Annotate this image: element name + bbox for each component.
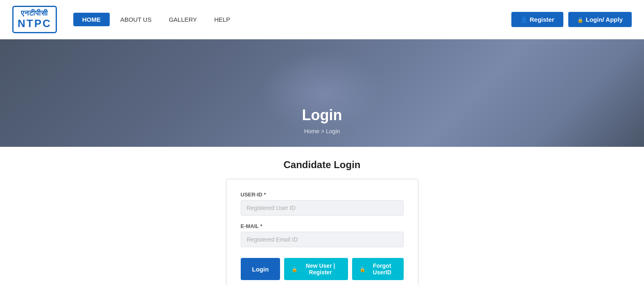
hero-title: Login (302, 107, 342, 124)
new-user-label: New User | Register (300, 262, 341, 276)
form-section-title: Candidate Login (284, 159, 361, 171)
new-user-register-button[interactable]: New User | Register (284, 258, 348, 280)
form-button-row: Login New User | Register Forgot UserID (241, 258, 404, 280)
hero-banner: Login Home > Login (0, 39, 644, 147)
login-apply-label: Login/ Apply (586, 16, 623, 23)
nav-home-button[interactable]: HOME (73, 13, 110, 26)
nav-right-actions: Register Login/ Apply (511, 12, 632, 27)
new-user-lock-icon (291, 266, 298, 272)
login-button[interactable]: Login (241, 258, 280, 280)
forgot-label: Forgot UserID (368, 262, 396, 276)
user-id-input[interactable] (241, 200, 404, 216)
nav-links: HOME ABOUT US GALLERY HELP (73, 13, 511, 26)
email-input[interactable] (241, 232, 404, 247)
breadcrumb: Home > Login (304, 128, 340, 135)
logo: एनटीपीसी NTPC (12, 6, 57, 33)
user-id-label: USER-ID * (241, 192, 404, 198)
nav-about-link[interactable]: ABOUT US (114, 13, 158, 26)
email-label: E-MAIL * (241, 223, 404, 229)
register-label: Register (530, 16, 554, 23)
logo-hindi-text: एनटीपीसी (21, 9, 48, 18)
lock-icon (577, 16, 583, 23)
navbar: एनटीपीसी NTPC HOME ABOUT US GALLERY HELP… (0, 0, 644, 39)
person-icon (520, 16, 527, 23)
nav-gallery-link[interactable]: GALLERY (162, 13, 203, 26)
register-button[interactable]: Register (511, 12, 563, 27)
logo-box: एनटीपीसी NTPC (12, 6, 57, 33)
login-card: USER-ID * E-MAIL * Login New User | Regi… (226, 179, 418, 285)
forgot-lock-icon (359, 266, 366, 272)
logo-english-text: NTPC (18, 18, 52, 30)
form-section: Candidate Login USER-ID * E-MAIL * Login… (0, 147, 644, 285)
forgot-userid-button[interactable]: Forgot UserID (352, 258, 404, 280)
nav-help-link[interactable]: HELP (208, 13, 237, 26)
login-apply-button[interactable]: Login/ Apply (568, 12, 632, 27)
